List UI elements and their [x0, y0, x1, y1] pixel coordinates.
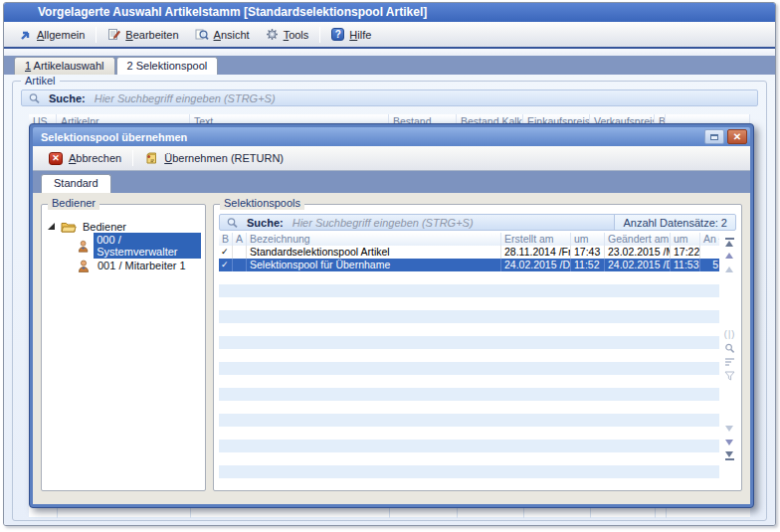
window-title: Vorgelagerte Auswahl Artikelstamm [Stand…: [38, 5, 427, 19]
sort-icon[interactable]: [724, 356, 735, 368]
gear-icon: [266, 28, 279, 41]
bediener-tree: Bediener 000 / Systemverwalter 001 / Mit…: [42, 205, 205, 275]
abbrechen-button[interactable]: ✕ Abbrechen: [41, 150, 129, 167]
pools-grid-header: B A Bezeichnung Erstellt am um Geändert …: [219, 233, 719, 246]
previous-page-icon[interactable]: [725, 250, 733, 262]
grid-navigation-strip: (∣): [721, 235, 737, 484]
arrow-up-right-icon: [20, 29, 32, 41]
col-geaendert-am[interactable]: Geändert am: [605, 233, 671, 246]
column-chooser-icon[interactable]: [718, 235, 719, 244]
tree-item-label[interactable]: 000 / Systemverwalter: [94, 233, 201, 259]
col-erstellt-am[interactable]: Erstellt am: [501, 233, 571, 246]
bediener-groupbox: Bediener Bediener 000 / Systemverwalter: [41, 204, 206, 491]
pools-grid-empty-rows[interactable]: [219, 271, 719, 485]
dialog-title: Selektionspool übernehmen: [41, 131, 701, 143]
cell-erstellt-am: 28.11.2014 /Fr: [501, 246, 571, 259]
magnifier-doc-icon: [195, 28, 209, 41]
close-button[interactable]: ✕: [727, 129, 747, 144]
cell-um: 17:43: [571, 246, 605, 259]
cell-geaendert-am: 24.02.2015 /Di: [605, 259, 671, 271]
menu-bearbeiten[interactable]: Bearbeiten: [99, 26, 186, 43]
cancel-x-icon: ✕: [49, 152, 63, 165]
col-b[interactable]: B: [219, 233, 233, 246]
col-um-1[interactable]: um: [571, 233, 605, 246]
menu-separator: [96, 27, 97, 43]
dialog-titlebar: Selektionspool übernehmen ✕: [33, 127, 750, 146]
pool-row-standardselektionspool[interactable]: ✓ Standardselektionspool Artikel 28.11.2…: [219, 246, 719, 259]
restore-button[interactable]: [704, 129, 724, 144]
menu-allgemein[interactable]: Allgemein: [12, 27, 93, 43]
filter-icon[interactable]: [724, 370, 735, 382]
go-to-last-row-icon[interactable]: [725, 450, 734, 462]
col-a[interactable]: A: [233, 233, 247, 246]
uebernehmen-label: Übernehmen (RETURN): [164, 152, 284, 164]
tree-item-label[interactable]: 001 / Mitarbeiter 1: [95, 259, 189, 272]
artikel-search-input[interactable]: Suche: Hier Suchbegriff eingeben (STRG+S…: [21, 89, 758, 106]
menu-bearbeiten-label: Bearbeiten: [125, 29, 178, 41]
tab-artikelauswahl[interactable]: 1 Artikelauswahl: [14, 57, 115, 75]
tree-item-systemverwalter[interactable]: 000 / Systemverwalter: [78, 236, 201, 256]
toolbar-separator: [132, 150, 133, 166]
menu-tools[interactable]: Tools: [258, 26, 317, 43]
help-icon: ?: [331, 28, 344, 41]
main-window: Vorgelagerte Auswahl Artikelstamm [Stand…: [3, 2, 776, 526]
pool-row-selektionspool-fuer-uebernhame[interactable]: ✓ Selektionspool für Übernhame 24.02.201…: [219, 259, 719, 271]
selektionspool-dialog: Selektionspool übernehmen ✕ ✕ Abbrechen …: [29, 123, 754, 508]
menu-bar: Allgemein Bearbeiten Ansicht Tools ? Hil…: [4, 22, 775, 49]
menu-ansicht[interactable]: Ansicht: [187, 26, 258, 43]
main-tab-strip: 1 Artikelauswahl 2 Selektionspool: [4, 56, 775, 75]
column-width-icon[interactable]: (∣): [724, 328, 735, 340]
pools-grid: B A Bezeichnung Erstellt am um Geändert …: [219, 233, 719, 485]
folder-icon: [61, 221, 77, 233]
restore-icon: [710, 134, 718, 140]
toolbar-spacer: [4, 49, 775, 56]
dialog-toolbar: ✕ Abbrechen Übernehmen (RETURN): [33, 146, 750, 171]
tree-item-mitarbeiter1[interactable]: 001 / Mitarbeiter 1: [78, 256, 201, 275]
record-count-badge: Anzahl Datensätze: 2: [614, 215, 735, 230]
col-bezeichnung[interactable]: Bezeichnung: [247, 233, 501, 246]
bediener-groupbox-label: Bediener: [48, 197, 99, 210]
user-icon: [78, 260, 90, 272]
col-an[interactable]: An: [700, 233, 719, 246]
edit-notepad-icon: [107, 28, 120, 41]
selektionspools-groupbox: Selektionspools Suche: Hier Suchbegriff …: [213, 204, 742, 491]
go-to-first-row-icon[interactable]: [725, 236, 734, 248]
cell-bezeichnung: Selektionspool für Übernhame: [247, 259, 501, 271]
search-placeholder: Hier Suchbegriff eingeben (STRG+S): [95, 92, 276, 104]
uebernehmen-button[interactable]: Übernehmen (RETURN): [136, 150, 292, 167]
tab-selektionspool[interactable]: 2 Selektionspool: [116, 57, 219, 75]
apply-note-icon: [144, 152, 158, 165]
tab-standard[interactable]: Standard: [41, 174, 111, 193]
menu-ansicht-label: Ansicht: [214, 29, 250, 41]
menu-tools-label: Tools: [284, 29, 309, 41]
search-placeholder: Hier Suchbegriff eingeben (STRG+S): [292, 217, 474, 229]
previous-row-icon[interactable]: [725, 264, 733, 275]
dialog-client-area: Standard Bediener Bediener: [33, 171, 750, 504]
cell-erstellt-am: 24.02.2015 /Di: [501, 259, 571, 271]
cell-um: 11:52: [571, 259, 605, 271]
checkmark-icon: ✓: [219, 259, 233, 271]
menu-hilfe[interactable]: ? Hilfe: [323, 26, 379, 43]
col-um-2[interactable]: um: [671, 233, 700, 246]
dialog-tab-strip: Standard: [33, 171, 750, 193]
tree-children: 000 / Systemverwalter 001 / Mitarbeiter …: [48, 236, 201, 275]
abbrechen-label: Abbrechen: [69, 152, 121, 164]
cell-um: 17:22: [671, 246, 700, 259]
artikel-groupbox-label: Artikel: [21, 75, 60, 87]
tree-expander-icon[interactable]: [48, 223, 55, 230]
pools-search-input[interactable]: Suche: Hier Suchbegriff eingeben (STRG+S…: [219, 214, 736, 231]
checkmark-icon: ✓: [219, 246, 233, 259]
cell-um: 11:53: [671, 259, 700, 271]
menu-separator: [319, 27, 320, 43]
next-page-icon[interactable]: [725, 437, 733, 448]
search-icon: [28, 92, 41, 104]
search-row-icon[interactable]: [724, 342, 735, 354]
cell-an: [700, 246, 719, 259]
search-label: Suche:: [247, 217, 284, 229]
next-row-icon[interactable]: [725, 423, 733, 435]
tree-root-label[interactable]: Bediener: [83, 221, 126, 233]
standard-tab-page: Bediener Bediener 000 / Systemverwalter: [33, 193, 750, 504]
selektionspools-groupbox-label: Selektionspools: [220, 197, 304, 210]
search-label: Suche:: [49, 92, 86, 104]
user-icon: [78, 240, 89, 253]
